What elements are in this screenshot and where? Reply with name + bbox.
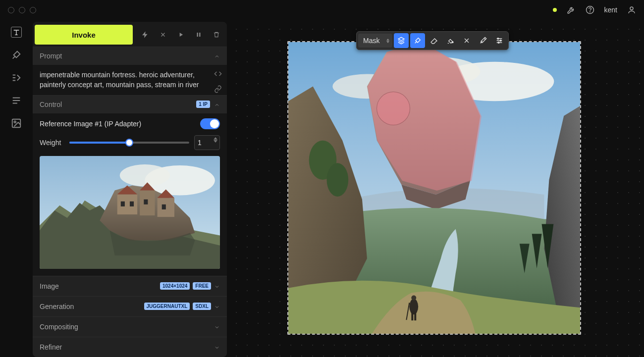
pause-icon[interactable]: [194, 31, 203, 39]
workflow-tool-icon[interactable]: [11, 72, 22, 83]
generation-section[interactable]: Generation JUGGERNAUTXL SDXL: [33, 296, 227, 316]
canvas-image[interactable]: [287, 41, 581, 335]
user-icon[interactable]: [627, 5, 636, 14]
brush-tool-icon[interactable]: [11, 50, 22, 60]
svg-rect-16: [121, 201, 125, 206]
weight-decrement[interactable]: [214, 140, 217, 143]
window-controls: [8, 7, 36, 13]
text-tool-icon[interactable]: [11, 27, 22, 38]
reference-image-preview[interactable]: [40, 156, 220, 269]
username[interactable]: kent: [604, 6, 617, 14]
brush-icon[interactable]: [410, 33, 425, 48]
control-section: Control 1 IP Reference Image #1 (IP Adap…: [33, 95, 227, 276]
refiner-section[interactable]: Refiner: [33, 337, 227, 357]
svg-point-9: [120, 164, 170, 186]
mask-overlay: [288, 42, 580, 334]
gallery-tool-icon[interactable]: [11, 118, 22, 129]
prompt-title: Prompt: [40, 52, 62, 60]
chevron-down-icon: [214, 344, 220, 350]
svg-point-35: [497, 38, 499, 40]
svg-point-2: [630, 7, 633, 10]
resolution-badge: 1024×1024: [160, 282, 190, 290]
prompt-section: Prompt impenetrable mountain fortress. h…: [33, 47, 227, 95]
weight-input[interactable]: 1: [194, 135, 220, 150]
svg-rect-17: [130, 201, 134, 206]
reference-image-label: Reference Image #1 (IP Adapter): [40, 120, 141, 128]
link-icon[interactable]: [214, 85, 222, 95]
svg-rect-10: [117, 194, 137, 214]
bolt-icon[interactable]: [141, 31, 150, 39]
status-indicator: [553, 8, 557, 12]
help-icon[interactable]: [586, 5, 594, 14]
reference-image-toggle[interactable]: [200, 118, 220, 129]
maximize-window[interactable]: [30, 7, 36, 13]
titlebar: kent: [0, 0, 644, 20]
mask-mode-select[interactable]: Mask: [358, 34, 392, 48]
svg-rect-19: [162, 204, 166, 209]
queue-tool-icon[interactable]: [11, 95, 22, 106]
close-window[interactable]: [8, 7, 14, 13]
compositing-section[interactable]: Compositing: [33, 316, 227, 337]
cancel-icon[interactable]: [159, 31, 167, 39]
svg-rect-5: [197, 33, 198, 37]
clear-icon[interactable]: [459, 33, 474, 48]
model-badge: JUGGERNAUTXL: [144, 303, 190, 310]
layers-icon[interactable]: [394, 33, 409, 48]
svg-point-36: [500, 40, 502, 42]
left-toolstrip: [0, 20, 33, 357]
settings-sliders-icon[interactable]: [492, 33, 507, 48]
invoke-button[interactable]: Invoke: [35, 25, 133, 45]
prompt-textarea[interactable]: impenetrable mountain fortress. heroic a…: [40, 70, 220, 90]
fill-icon[interactable]: [443, 33, 458, 48]
chevron-up-icon: [214, 102, 220, 107]
eyedropper-icon[interactable]: [476, 33, 490, 48]
arch-badge: SDXL: [193, 303, 211, 310]
svg-point-37: [498, 42, 500, 44]
svg-point-1: [590, 11, 590, 12]
control-header[interactable]: Control 1 IP: [33, 96, 227, 113]
settings-sidebar: Invoke Prompt impenetrable mountain fort…: [33, 22, 227, 357]
minimize-window[interactable]: [19, 7, 25, 13]
chevron-down-icon: [214, 324, 220, 330]
trash-icon[interactable]: [212, 31, 221, 39]
wrench-icon[interactable]: [567, 5, 576, 14]
weight-label: Weight: [40, 139, 64, 147]
code-icon[interactable]: [214, 70, 222, 79]
canvas-toolbar: Mask: [356, 31, 509, 50]
svg-rect-6: [199, 33, 200, 37]
chevron-down-icon: [214, 283, 220, 289]
play-icon[interactable]: [176, 31, 185, 39]
canvas-area[interactable]: Mask: [227, 20, 644, 357]
prompt-header[interactable]: Prompt: [33, 47, 227, 65]
image-section[interactable]: Image 1024×1024 FREE: [33, 276, 227, 296]
ip-badge: 1 IP: [196, 101, 210, 108]
weight-increment[interactable]: [214, 137, 217, 140]
eraser-icon[interactable]: [427, 33, 441, 48]
svg-rect-18: [144, 199, 148, 204]
svg-point-34: [452, 42, 454, 43]
chevron-up-icon: [214, 53, 220, 59]
control-title: Control: [40, 101, 62, 108]
weight-slider[interactable]: [69, 142, 189, 144]
free-badge: FREE: [193, 282, 211, 290]
chevron-down-icon: [214, 304, 220, 309]
svg-point-4: [14, 121, 16, 123]
